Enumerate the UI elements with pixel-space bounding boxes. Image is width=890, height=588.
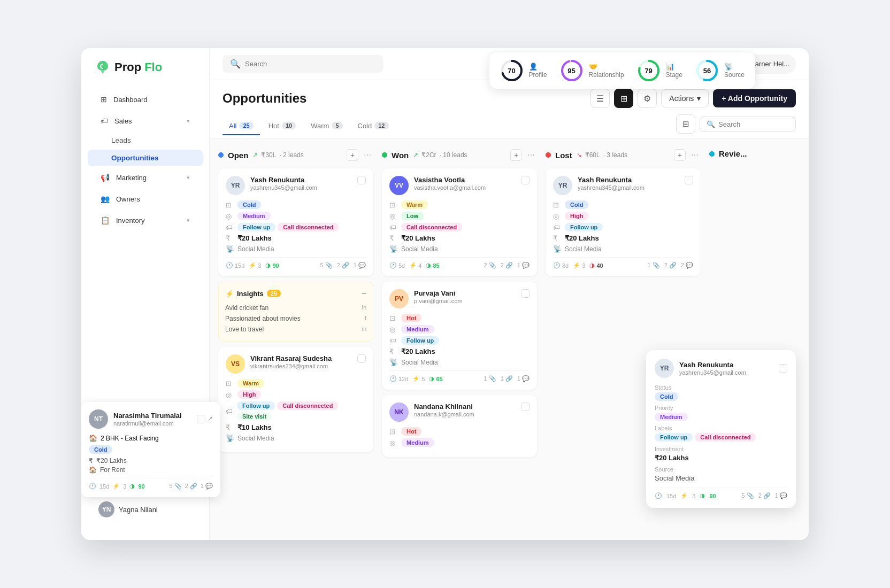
- card-yash-lost-stars: ⚡3: [573, 262, 585, 269]
- floating-card-expand-icon[interactable]: ↗: [208, 415, 213, 423]
- filter-button[interactable]: ⊟: [676, 114, 695, 134]
- card-vikrant-email: vikrantrsudes234@gmail.com: [250, 363, 332, 369]
- yash-lost-money-icon: ₹: [553, 234, 562, 242]
- col-open-add-button[interactable]: +: [347, 149, 358, 161]
- score-profile: 70 👤 Profile: [500, 59, 547, 82]
- col-won-amount: ₹2Cr: [421, 151, 436, 159]
- sidebar-item-opportunities[interactable]: Opportunities: [88, 150, 203, 166]
- search-input[interactable]: [245, 60, 375, 68]
- col-won-title: Won: [392, 151, 409, 160]
- kanban-view-button[interactable]: ⊞: [614, 89, 633, 108]
- card-yash1-attach: 5 📎: [320, 262, 332, 269]
- tab-all[interactable]: All 25: [223, 118, 260, 135]
- tabs-container: All 25 Hot 10 Warm 5 Cold 12: [223, 118, 676, 135]
- card-vasistha-checkbox[interactable]: [521, 176, 530, 184]
- sidebar-item-dashboard[interactable]: ⊞ Dashboard: [88, 90, 203, 109]
- card-nandana-email: nandana.k@gmail.com: [414, 411, 474, 417]
- col-won-trend-icon: ↗: [413, 151, 418, 159]
- card-vikrant-source: Social Media: [237, 435, 274, 442]
- col-lost-add-button[interactable]: +: [674, 149, 686, 161]
- list-view-button[interactable]: ☰: [590, 89, 610, 108]
- card-yash-lost-score: ◑ 40: [589, 262, 603, 269]
- card-vikrant-priority: High: [237, 390, 261, 399]
- card-nandana[interactable]: NK Nandana Khilnani nandana.k@gmail.com …: [382, 395, 537, 457]
- card-vikrant-avatar: VS: [226, 354, 245, 374]
- col-open-title: Open: [228, 151, 248, 160]
- purvaja-source-icon: 📡: [389, 358, 398, 366]
- sidebar-item-inventory[interactable]: 📋 Inventory ▾: [88, 211, 203, 230]
- logo[interactable]: PropFlo: [94, 59, 196, 76]
- card-vikrant-checkbox[interactable]: [357, 354, 366, 363]
- tab-warm-count: 5: [332, 122, 342, 129]
- view-toggles: ☰ ⊞ ⚙ Actions ▾ + Add Opportunity: [590, 89, 796, 108]
- nandana-priority-icon: ◎: [389, 439, 398, 447]
- card-vasistha-footer-right: 2 📎 2 🔗 1 💬: [484, 262, 530, 269]
- card-yash-lost-checkbox[interactable]: [685, 176, 693, 184]
- tab-cold[interactable]: Cold 12: [351, 118, 395, 135]
- tab-hot[interactable]: Hot 10: [262, 118, 302, 135]
- card-yash-lost-footer-right: 1 📎 2 🔗 2 💬: [647, 262, 693, 269]
- card-vikrant-name: Vikrant Rasaraj Sudesha: [250, 354, 332, 362]
- card-vikrant-amount: ₹10 Lakhs: [237, 423, 272, 431]
- card-vasistha-days: 🕐 5d: [389, 262, 405, 269]
- col-lost-title: Lost: [555, 151, 572, 160]
- tag-icon: 🏷: [101, 117, 108, 125]
- card-purvaja-status: Hot: [401, 314, 421, 322]
- topbar-search[interactable]: 🔍: [223, 55, 383, 73]
- tab-all-count: 25: [239, 122, 253, 129]
- tab-warm[interactable]: Warm 5: [304, 118, 349, 135]
- score-source-label: Source: [724, 71, 745, 79]
- card-yash1[interactable]: YR Yash Renukunta yashrenu345@gmail.com …: [218, 168, 373, 276]
- logo-icon: [94, 59, 111, 76]
- detail-labels-label: Labels: [655, 425, 787, 431]
- card-purvaja-tags: Follow up: [401, 336, 439, 345]
- col-open-more-button[interactable]: ⋯: [362, 149, 373, 161]
- floating-card-narasimha[interactable]: NT Narasimha Tirumalai naratirmuli@email…: [81, 402, 220, 497]
- sidebar-item-sales[interactable]: 🏷 Sales ▾: [88, 111, 203, 130]
- sidebar-item-marketing[interactable]: 📢 Marketing ▾: [88, 168, 203, 187]
- kanban-search[interactable]: 🔍: [700, 117, 796, 132]
- card-nandana-avatar: NK: [389, 403, 409, 422]
- card-vasistha[interactable]: VV Vasistha Vootla vasistha.vootla@gmail…: [382, 168, 537, 276]
- floating-card-checkbox[interactable]: [197, 415, 205, 423]
- tab-all-label: All: [229, 122, 236, 130]
- owners-label: Owners: [116, 195, 140, 203]
- add-opportunity-button[interactable]: + Add Opportunity: [713, 89, 796, 107]
- card-vikrant[interactable]: VS Vikrant Rasaraj Sudesha vikrantrsudes…: [218, 347, 373, 452]
- add-opp-label: + Add Opportunity: [722, 94, 787, 103]
- col-won-more-button[interactable]: ⋯: [525, 149, 537, 161]
- tab-cold-count: 12: [374, 122, 388, 129]
- card-yash1-days: 🕐 15d: [226, 262, 244, 269]
- vikrant-status-icon: ⊡: [226, 380, 234, 388]
- score-source-num: 56: [703, 67, 711, 75]
- card-yash1-score: ◑ 90: [265, 262, 279, 269]
- col-lost-more-button[interactable]: ⋯: [689, 149, 701, 161]
- star-icon: ⚡: [249, 262, 256, 269]
- settings-view-button[interactable]: ⚙: [638, 89, 657, 108]
- actions-button[interactable]: Actions ▾: [661, 89, 709, 107]
- floating-card-amount: ₹20 Lakhs: [96, 457, 127, 465]
- card-yash1-checkbox[interactable]: [357, 176, 366, 184]
- sidebar-bottom-user[interactable]: YN Yagna Nilani: [90, 496, 201, 523]
- insight-item-2: Passionated about movies f: [225, 313, 366, 324]
- card-purvaja-footer-right: 1 📎 1 🔗 1 💬: [484, 375, 530, 382]
- card-yash-lost-days: 🕐8d: [553, 262, 569, 269]
- card-purvaja[interactable]: PV Purvaja Vani p.vani@gmail.com ⊡ Hot ◎: [382, 282, 537, 390]
- insight-item-3: Love to travel in: [225, 324, 366, 335]
- card-nandana-checkbox[interactable]: [521, 403, 530, 411]
- grid-icon: ⊞: [101, 95, 107, 104]
- col-review-title: Revie...: [719, 149, 747, 158]
- card-purvaja-checkbox[interactable]: [521, 289, 530, 298]
- sidebar-item-owners[interactable]: 👥 Owners: [88, 189, 203, 208]
- card-yash-lost[interactable]: YR Yash Renukunta yashrenu345@gmail.com …: [546, 168, 701, 276]
- detail-popup-checkbox[interactable]: [779, 364, 787, 373]
- header-search-row: ⊟ 🔍: [676, 114, 796, 138]
- insights-collapse-button[interactable]: −: [362, 289, 366, 298]
- kanban-search-input[interactable]: [718, 120, 789, 128]
- col-won-add-button[interactable]: +: [510, 149, 522, 161]
- col-lost-meta: ↘ ₹60L · 3 leads: [577, 151, 627, 159]
- page-title: Opportunities: [223, 91, 306, 106]
- sidebar-item-leads[interactable]: Leads: [88, 132, 203, 149]
- score-panel: 70 👤 Profile 95 🤝 Relationship: [489, 52, 755, 89]
- users-icon: 👥: [101, 195, 110, 203]
